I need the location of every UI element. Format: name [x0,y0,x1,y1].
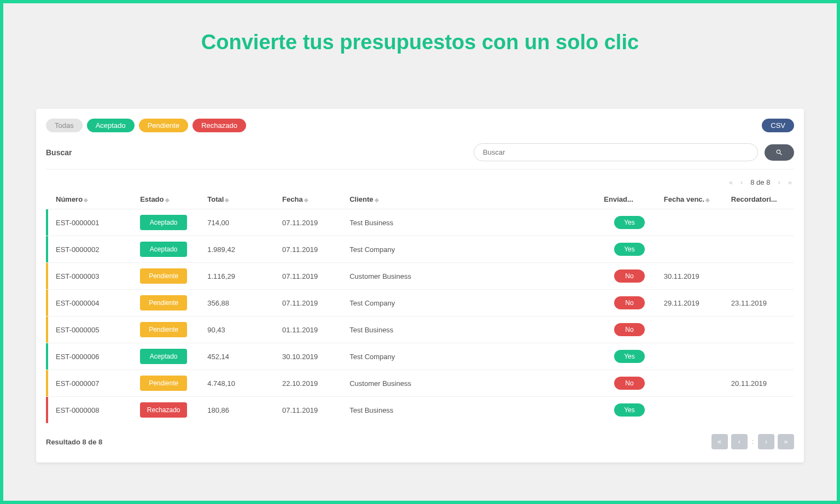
cell-enviado: No [599,370,659,397]
cell-enviado: Yes [599,236,659,263]
cell-numero: EST-0000004 [46,290,136,317]
cell-numero: EST-0000001 [46,209,136,236]
status-badge: Aceptado [140,215,187,230]
sent-badge: Yes [614,243,645,256]
sort-icon: ◆ [375,197,379,203]
page-prev-icon[interactable]: ‹ [740,178,743,186]
search-row: Buscar [46,143,794,161]
search-button[interactable] [765,144,794,161]
cell-fecha-venc: 30.11.2019 [660,263,727,290]
sent-badge: No [614,296,645,309]
cell-fecha-venc [660,397,727,424]
col-total[interactable]: Total◆ [203,190,278,209]
status-badge: Rechazado [140,402,187,418]
status-badge: Pendiente [140,376,187,391]
row-status-bar [46,236,48,262]
row-status-bar [46,317,48,343]
page-title: Convierte tus presupuestos con un solo c… [36,31,804,54]
col-numero[interactable]: Número◆ [46,190,136,209]
cell-fecha-venc [660,343,727,370]
cell-cliente: Test Business [345,209,599,236]
col-recordatorio[interactable]: Recordatori... [727,190,794,209]
table-row[interactable]: EST-0000003Pendiente1.116,2907.11.2019Cu… [46,263,794,290]
table-row[interactable]: EST-0000005Pendiente90,4301.11.2019Test … [46,317,794,343]
sent-badge: Yes [614,216,645,229]
row-status-bar [46,397,48,423]
cell-fecha: 07.11.2019 [278,236,345,263]
filter-accepted-button[interactable]: Aceptado [87,119,135,132]
page-last-icon[interactable]: » [788,178,792,186]
page-prev-button[interactable]: ‹ [731,434,748,449]
table-row[interactable]: EST-0000004Pendiente356,8807.11.2019Test… [46,290,794,317]
cell-total: 1.116,29 [203,263,278,290]
cell-fecha: 07.11.2019 [278,290,345,317]
cell-estado: Aceptado [136,343,203,370]
table-row[interactable]: EST-0000002Aceptado1.989,4207.11.2019Tes… [46,236,794,263]
filters-row: Todas Aceptado Pendiente Rechazado CSV [46,119,794,132]
cell-recordatorio [727,263,794,290]
page-first-icon[interactable]: « [729,178,733,186]
cell-recordatorio [727,343,794,370]
search-label: Buscar [46,148,72,157]
cell-total: 4.748,10 [203,370,278,397]
row-status-bar [46,343,48,370]
cell-fecha: 01.11.2019 [278,317,345,343]
sent-badge: No [614,269,645,283]
filter-all-button[interactable]: Todas [46,119,83,132]
cell-recordatorio [727,317,794,343]
page-next-button[interactable]: › [758,434,774,449]
page-last-button[interactable]: » [778,434,794,449]
cell-fecha-venc [660,370,727,397]
cell-fecha: 07.11.2019 [278,397,345,424]
col-enviado[interactable]: Enviad... [599,190,659,209]
cell-enviado: No [599,317,659,343]
page-next-icon[interactable]: › [778,178,780,186]
cell-estado: Pendiente [136,317,203,343]
page-first-button[interactable]: « [711,434,728,449]
search-input[interactable] [474,143,758,161]
footer-row: Resultado 8 de 8 « ‹ : › » [46,434,794,449]
sort-icon: ◆ [84,197,88,203]
sent-badge: Yes [614,350,645,363]
cell-recordatorio [727,209,794,236]
export-csv-button[interactable]: CSV [762,119,794,132]
estimates-panel: Todas Aceptado Pendiente Rechazado CSV B… [36,109,804,462]
cell-fecha-venc [660,317,727,343]
table-row[interactable]: EST-0000007Pendiente4.748,1022.10.2019Cu… [46,370,794,397]
cell-enviado: No [599,290,659,317]
cell-total: 90,43 [203,317,278,343]
col-estado[interactable]: Estado◆ [136,190,203,209]
cell-total: 452,14 [203,343,278,370]
cell-fecha: 22.10.2019 [278,370,345,397]
table-row[interactable]: EST-0000006Aceptado452,1430.10.2019Test … [46,343,794,370]
filter-rejected-button[interactable]: Rechazado [192,119,246,132]
table-row[interactable]: EST-0000008Rechazado180,8607.11.2019Test… [46,397,794,424]
status-badge: Pendiente [140,268,187,284]
row-status-bar [46,263,48,289]
col-fecha-venc[interactable]: Fecha venc.◆ [660,190,727,209]
divider [46,169,794,169]
search-icon [775,149,783,156]
status-badge: Aceptado [140,242,187,257]
table-row[interactable]: EST-0000001Aceptado714,0007.11.2019Test … [46,209,794,236]
cell-estado: Rechazado [136,397,203,424]
cell-cliente: Customer Business [345,263,599,290]
cell-recordatorio [727,236,794,263]
cell-estado: Pendiente [136,290,203,317]
top-pagination: « ‹ 8 de 8 › » [46,175,794,190]
col-fecha[interactable]: Fecha◆ [278,190,345,209]
col-cliente[interactable]: Cliente◆ [345,190,599,209]
cell-numero: EST-0000008 [46,397,136,424]
cell-recordatorio: 23.11.2019 [727,290,794,317]
cell-enviado: Yes [599,343,659,370]
row-status-bar [46,290,48,316]
cell-cliente: Test Business [345,317,599,343]
filter-pending-button[interactable]: Pendiente [139,119,189,132]
page-separator: : [751,438,755,446]
cell-recordatorio: 20.11.2019 [727,370,794,397]
sort-icon: ◆ [304,197,308,203]
cell-total: 714,00 [203,209,278,236]
cell-cliente: Test Company [345,236,599,263]
cell-numero: EST-0000007 [46,370,136,397]
status-badge: Pendiente [140,295,187,310]
